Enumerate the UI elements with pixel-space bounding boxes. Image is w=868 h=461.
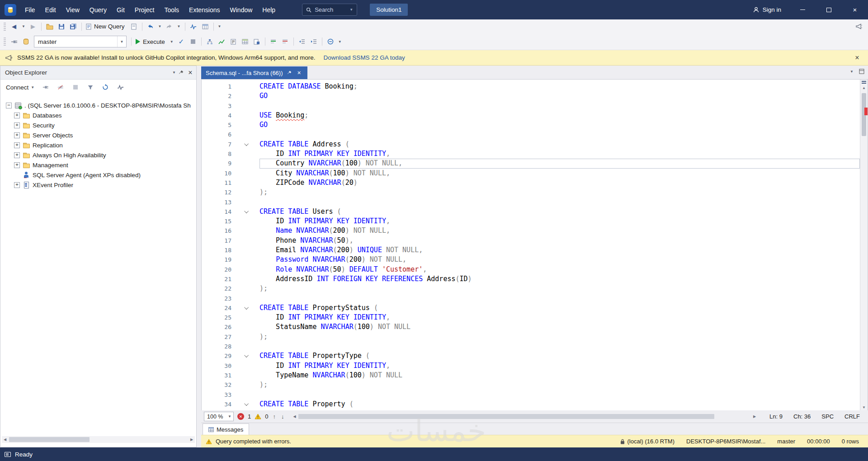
code-line[interactable]: 27); xyxy=(202,332,860,342)
fold-collapse-icon[interactable] xyxy=(234,351,259,361)
error-count[interactable]: 1 xyxy=(248,413,251,420)
code-line[interactable]: 22); xyxy=(202,284,860,293)
warning-count[interactable]: 0 xyxy=(265,413,268,420)
available-databases-icon[interactable] xyxy=(20,36,31,47)
connect-dropdown[interactable]: Connect ▼ xyxy=(4,83,36,92)
redo-dropdown[interactable]: ▼ xyxy=(176,21,182,33)
menu-item-help[interactable]: Help xyxy=(257,0,280,19)
parse-button[interactable]: ✓ xyxy=(176,36,187,47)
hscrollbar-track[interactable] xyxy=(298,414,750,419)
expander-plus-icon[interactable]: + xyxy=(14,132,20,138)
tab-close-icon[interactable]: × xyxy=(296,69,303,76)
expander-plus-icon[interactable]: + xyxy=(14,152,20,158)
code-line[interactable]: 12); xyxy=(202,188,860,197)
cancel-query-button[interactable] xyxy=(188,36,198,47)
notification-link[interactable]: Download SSMS 22 GA today xyxy=(324,54,405,61)
change-connection-icon[interactable] xyxy=(9,36,19,47)
filter-icon[interactable] xyxy=(85,81,96,93)
results-to-file-icon[interactable] xyxy=(251,36,262,47)
hscroll-left-arrow[interactable]: ◀ xyxy=(291,414,297,419)
code-line[interactable]: 34CREATE TABLE Property ( xyxy=(202,400,860,409)
execute-button[interactable]: Execute xyxy=(134,36,168,47)
tree-item[interactable]: +Security xyxy=(0,120,196,130)
activity-icon[interactable] xyxy=(115,81,126,93)
code-line[interactable]: 21 AddressID INT FOREIGN KEY REFERENCES … xyxy=(202,274,860,284)
menu-item-query[interactable]: Query xyxy=(85,0,112,19)
code-line[interactable]: 8 ID INT PRIMARY KEY IDENTITY, xyxy=(202,149,860,159)
code-line[interactable]: 11 ZIPCode NVARCHAR(20) xyxy=(202,178,860,188)
code-editor[interactable]: 1CREATE DATABASE Booking;2GO34USE Bookin… xyxy=(201,79,868,410)
close-button[interactable]: × xyxy=(842,0,868,19)
maximize-button[interactable] xyxy=(816,0,842,19)
connect-object-icon[interactable] xyxy=(40,81,51,93)
live-stats-icon[interactable] xyxy=(216,36,227,47)
code-line[interactable]: 20 Role NVARCHAR(50) DEFAULT 'Customer', xyxy=(202,265,860,274)
save-all-button[interactable] xyxy=(68,21,79,33)
code-line[interactable]: 17 Phone NVARCHAR(50), xyxy=(202,236,860,245)
next-error-arrow[interactable]: ↓ xyxy=(280,413,285,420)
database-select-dropdown[interactable]: ▼ xyxy=(117,36,126,47)
expander-plus-icon[interactable]: + xyxy=(14,142,20,148)
fold-collapse-icon[interactable] xyxy=(234,400,259,409)
code-line[interactable]: 7CREATE TABLE Address ( xyxy=(202,140,860,149)
code-line[interactable]: 9 Country NVARCHAR(100) NOT NULL, xyxy=(202,159,860,168)
warning-icon[interactable] xyxy=(255,414,261,419)
code-line[interactable]: 33 xyxy=(202,390,860,400)
minimize-button[interactable] xyxy=(789,0,816,19)
code-line[interactable]: 26 StatusName NVARCHAR(100) NOT NULL xyxy=(202,322,860,332)
splitter-grip-icon[interactable] xyxy=(862,81,866,85)
refresh-icon[interactable] xyxy=(100,81,111,93)
code-line[interactable]: 24CREATE TABLE PropertyStatus ( xyxy=(202,303,860,313)
code-line[interactable]: 23 xyxy=(202,294,860,303)
code-line[interactable]: 4USE Booking; xyxy=(202,111,860,120)
undo-dropdown[interactable]: ▼ xyxy=(157,21,163,33)
decrease-indent-button[interactable] xyxy=(297,36,307,47)
menu-item-window[interactable]: Window xyxy=(225,0,258,19)
scrollbar-track[interactable] xyxy=(9,437,188,442)
tab-pin-icon[interactable] xyxy=(287,71,292,75)
menu-item-file[interactable]: File xyxy=(20,0,40,19)
fold-collapse-icon[interactable] xyxy=(234,303,259,313)
hscrollbar-thumb[interactable] xyxy=(298,414,714,419)
results-to-text-icon[interactable] xyxy=(228,36,239,47)
editor-vscrollbar[interactable]: ▲ ▼ xyxy=(860,80,868,410)
tab-list-dropdown-icon[interactable]: ▼ xyxy=(850,70,854,74)
code-line[interactable]: 10 City NVARCHAR(100) NOT NULL, xyxy=(202,169,860,178)
zoom-select[interactable]: 100 % ▼ xyxy=(204,412,234,421)
code-line[interactable]: 3 xyxy=(202,101,860,111)
code-line[interactable]: 5GO xyxy=(202,120,860,130)
fold-collapse-icon[interactable] xyxy=(234,207,259,216)
code-line[interactable]: 32); xyxy=(202,380,860,390)
code-line[interactable]: 14CREATE TABLE Users ( xyxy=(202,207,860,216)
expander-minus-icon[interactable]: − xyxy=(6,103,12,108)
code-line[interactable]: 2GO xyxy=(202,91,860,101)
tree-item[interactable]: +Server Objects xyxy=(0,130,196,140)
activity-monitor-icon[interactable] xyxy=(188,21,199,33)
new-query-button[interactable]: New Query xyxy=(85,21,127,33)
disconnect-object-icon[interactable] xyxy=(55,81,66,93)
expander-plus-icon[interactable]: + xyxy=(14,122,20,128)
document-tab[interactable]: Schema.sql - ...fa Shora (66)) × xyxy=(201,66,307,79)
toolbar-grip2[interactable] xyxy=(4,38,6,46)
code-line[interactable]: 25 ID INT PRIMARY KEY IDENTITY, xyxy=(202,313,860,322)
estimated-plan-icon[interactable] xyxy=(204,36,215,47)
scroll-down-arrow[interactable]: ▼ xyxy=(860,405,868,409)
redo-button[interactable] xyxy=(164,21,175,33)
code-line[interactable]: 6 xyxy=(202,130,860,139)
prev-error-arrow[interactable]: ↑ xyxy=(272,413,277,420)
nav-forward-button[interactable]: ▶ xyxy=(28,21,38,33)
code-line[interactable]: 1CREATE DATABASE Booking; xyxy=(202,82,860,91)
toolbar-grip[interactable] xyxy=(4,23,6,31)
feedback-icon[interactable] xyxy=(854,21,864,33)
save-button[interactable] xyxy=(56,21,67,33)
increase-indent-button[interactable] xyxy=(308,36,319,47)
menu-item-tools[interactable]: Tools xyxy=(159,0,184,19)
scrollbar-thumb[interactable] xyxy=(9,437,90,442)
search-dropdown-icon[interactable]: ▼ xyxy=(349,8,353,12)
messages-tab[interactable]: Messages xyxy=(203,423,249,435)
uncomment-button[interactable] xyxy=(280,36,291,47)
new-file-button[interactable] xyxy=(128,21,139,33)
tree-item[interactable]: +Replication xyxy=(0,140,196,150)
toolbar2-overflow-dropdown[interactable]: ▼ xyxy=(337,36,343,47)
panel-options-dropdown-icon[interactable]: ▼ xyxy=(172,71,176,75)
